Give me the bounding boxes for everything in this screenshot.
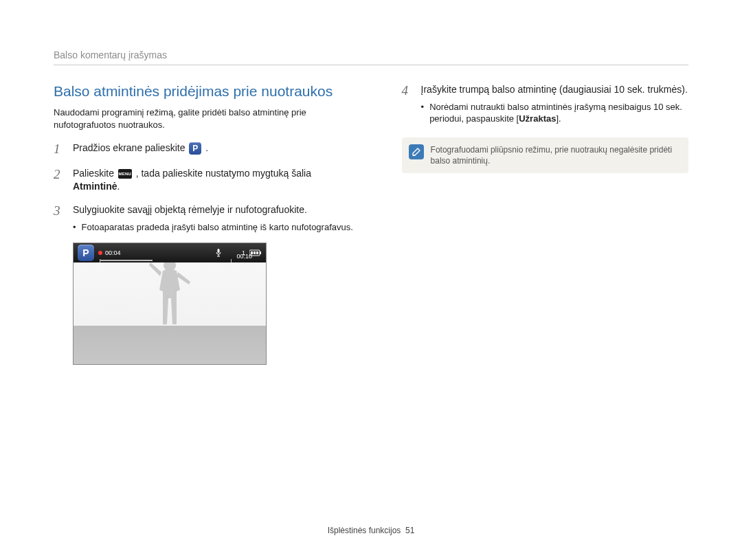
pencil-note-icon — [412, 147, 421, 157]
microphone-icon — [216, 249, 221, 257]
step-4-bullet: Norėdami nutraukti balso atmintinės įraš… — [421, 101, 688, 125]
step-4-bullet-after: ]. — [556, 113, 561, 124]
p-mode-icon: P — [189, 142, 201, 155]
svg-rect-7 — [256, 251, 258, 254]
note-icon — [409, 144, 424, 159]
step-4: 4 Įrašykite trumpą balso atmintinę (daug… — [402, 83, 688, 125]
menu-badge-icon: MENU — [118, 169, 132, 179]
running-head: Balso komentarų įrašymas — [54, 49, 688, 65]
step-2-text-before: Palieskite — [73, 168, 117, 179]
step-4-text: Įrašykite trumpą balso atmintinę (daugia… — [421, 84, 688, 95]
step-body: Pradžios ekrane palieskite P . — [73, 142, 361, 157]
right-column: 4 Įrašykite trumpą balso atmintinę (daug… — [402, 83, 688, 365]
step-number: 4 — [402, 83, 413, 125]
footer-section-label: Išplėstinės funkcijos — [328, 526, 401, 535]
total-time: 00:10 — [236, 253, 252, 260]
camera-topbar: P 00:04 1 — [74, 243, 266, 262]
recording-progress-fill — [100, 260, 153, 261]
section-title: Balso atmintinės pridėjimas prie nuotrau… — [54, 83, 361, 100]
step-number: 1 — [54, 142, 65, 157]
step-3-text: Sulygiuokite savąjį objektą rėmelyje ir … — [73, 204, 307, 215]
step-3-bullet: Fotoaparatas pradeda įrašyti balso atmin… — [73, 221, 361, 234]
step-body: Įrašykite trumpą balso atmintinę (daugia… — [421, 83, 688, 125]
recording-progress-track: 00:10 — [100, 260, 232, 261]
p-badge-icon: P — [189, 142, 201, 155]
step-2-text-mid: , tada palieskite nustatymo mygtuką šali… — [136, 168, 311, 179]
intro-paragraph: Naudodami programinį režimą, galite prid… — [54, 107, 361, 131]
step-1: 1 Pradžios ekrane palieskite P . — [54, 142, 361, 157]
step-number: 3 — [54, 203, 65, 233]
note-box: Fotografuodami pliūpsnio režimu, prie nu… — [402, 137, 688, 173]
step-2: 2 Palieskite MENU , tada palieskite nust… — [54, 167, 361, 194]
step-body: Palieskite MENU , tada palieskite nustat… — [73, 167, 361, 194]
camera-preview-illustration: P 00:04 1 — [73, 243, 267, 365]
elapsed-time: 00:04 — [105, 249, 121, 256]
camera-viewfinder — [74, 262, 266, 364]
svg-rect-4 — [260, 251, 261, 254]
svg-rect-0 — [217, 249, 219, 253]
person-silhouette-icon — [142, 262, 197, 331]
step-number: 2 — [54, 167, 65, 194]
p-mode-icon-large: P — [78, 245, 94, 261]
step-1-text-after: . — [205, 142, 208, 153]
svg-rect-6 — [254, 251, 256, 254]
footer-page-number: 51 — [405, 526, 414, 535]
step-3: 3 Sulygiuokite savąjį objektą rėmelyje i… — [54, 203, 361, 233]
left-column: Balso atmintinės pridėjimas prie nuotrau… — [54, 83, 361, 365]
step-2-bold: Atmintinė — [73, 181, 117, 192]
step-4-bullet-bold: Užraktas — [519, 113, 556, 124]
step-2-text-after: . — [117, 181, 120, 192]
step-4-bullet-wrap: Norėdami nutraukti balso atmintinės įraš… — [429, 101, 688, 125]
page-content: Balso komentarų įrašymas Balso atmintinė… — [0, 0, 742, 390]
page-footer: Išplėstinės funkcijos 51 — [0, 526, 742, 535]
menu-icon: MENU — [118, 169, 132, 179]
step-body: Sulygiuokite savąjį objektą rėmelyje ir … — [73, 203, 361, 233]
two-column-layout: Balso atmintinės pridėjimas prie nuotrau… — [54, 83, 688, 365]
step-1-text-before: Pradžios ekrane palieskite — [73, 142, 188, 153]
record-indicator-icon — [98, 251, 102, 255]
step-3-bullet-text: Fotoaparatas pradeda įrašyti balso atmin… — [82, 221, 353, 234]
note-text: Fotografuodami pliūpsnio režimu, prie nu… — [431, 144, 680, 166]
